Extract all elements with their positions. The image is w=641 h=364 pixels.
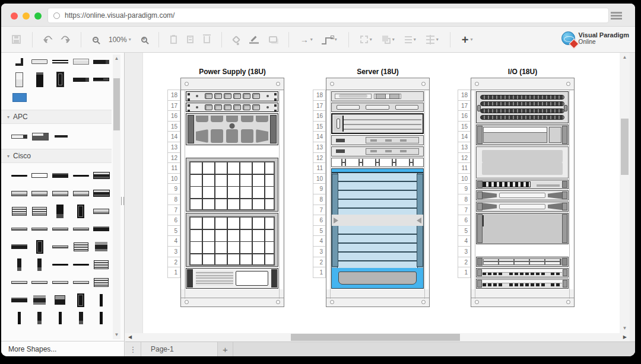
vertical-scrollbar[interactable]: ▲ ▼ [620, 53, 630, 333]
add-shape-dropdown[interactable]: +▾ [461, 31, 474, 48]
menu-icon[interactable] [611, 12, 622, 20]
shape-style-button[interactable] [268, 31, 278, 48]
maximize-button[interactable] [34, 12, 42, 20]
server2u[interactable] [331, 113, 424, 134]
server-tower-outline-shape[interactable] [56, 72, 64, 87]
server-c[interactable] [331, 135, 424, 145]
cisco-device-1-shape[interactable] [11, 191, 27, 196]
cisco-bar-10-shape[interactable] [11, 281, 27, 284]
rack-bar-dark-shape[interactable] [93, 78, 109, 81]
cisco-shelf-3-shape[interactable] [94, 260, 109, 269]
panel-collapse-handle[interactable] [121, 197, 124, 205]
paste-button[interactable] [169, 31, 178, 48]
line-color-button[interactable] [248, 31, 260, 48]
rack-unit-raised-shape[interactable] [73, 59, 89, 65]
cisco-bar-5-shape[interactable] [52, 228, 68, 231]
server-tower-dark-shape[interactable] [36, 72, 43, 87]
minimize-button[interactable] [23, 12, 30, 20]
patch3u[interactable] [476, 91, 569, 123]
cisco-slim-7-shape[interactable] [79, 312, 83, 324]
rack-frame[interactable] [326, 78, 430, 307]
apc-console-shape[interactable] [32, 133, 49, 141]
cisco-device-2-shape[interactable] [31, 191, 47, 196]
cisco-shelf-2-shape[interactable] [11, 244, 27, 249]
cisco-device-3-shape[interactable] [52, 191, 68, 196]
distribute-dropdown[interactable]: ▾ [425, 31, 440, 48]
palette-section-apc[interactable]: ▾APC [1, 110, 112, 124]
ups2u[interactable] [186, 268, 278, 289]
rack-corner-shape[interactable] [15, 58, 23, 66]
rack-unit-thin-shape[interactable] [52, 60, 68, 63]
cisco-bar-9-shape[interactable] [73, 264, 89, 266]
apc-strip-shape[interactable] [55, 135, 68, 138]
zoom-level-dropdown[interactable]: 100%▾ [107, 31, 132, 48]
cisco-slim-1-shape[interactable] [17, 258, 21, 271]
cisco-slim-5-shape[interactable] [37, 312, 42, 324]
cisco-device-5-shape[interactable] [93, 209, 109, 214]
cisco-split-shape[interactable] [55, 295, 65, 305]
cisco-bar-1-shape[interactable] [11, 175, 27, 177]
cisco-stack-4-shape[interactable] [33, 295, 46, 305]
diagram-page[interactable]: Power Supply (18U)1817161514131211109876… [142, 53, 620, 333]
cisco-shelf-4-shape[interactable] [94, 278, 109, 287]
cisco-switch-dark-shape[interactable] [52, 173, 68, 178]
vent3u[interactable] [476, 213, 569, 245]
cisco-bar-4-shape[interactable] [31, 228, 47, 231]
chassis-blue[interactable] [331, 168, 424, 289]
cisco-slim-8-shape[interactable] [100, 312, 103, 324]
rack-frame[interactable] [471, 78, 575, 307]
cisco-tower-1-shape[interactable] [56, 205, 64, 218]
cisco-device-6-shape[interactable] [93, 226, 109, 231]
ups3u[interactable] [186, 113, 278, 145]
scroll-up-icon[interactable]: ▲ [620, 55, 630, 60]
cisco-tower-2-shape[interactable] [36, 240, 43, 254]
add-page-button[interactable]: + [218, 342, 233, 356]
server-a[interactable] [331, 91, 424, 101]
server-c[interactable] [331, 146, 424, 157]
pdu[interactable] [186, 103, 278, 113]
apc-rack-unit-shape[interactable] [11, 135, 27, 139]
scroll-down-icon[interactable]: ▼ [113, 332, 120, 338]
io2u[interactable] [476, 124, 569, 145]
rack-frame[interactable] [180, 78, 284, 307]
brush1u[interactable] [476, 257, 569, 267]
pdu[interactable] [186, 91, 278, 101]
rack-bar-angled-shape[interactable] [73, 78, 89, 82]
sidebar-scrollbar-thumb[interactable] [113, 78, 120, 130]
cisco-stack-2-shape[interactable] [32, 207, 47, 216]
page-menu-button[interactable]: ⋮ [125, 342, 141, 356]
align-dropdown[interactable]: ▾ [404, 31, 417, 48]
cisco-slim-2-shape[interactable] [37, 258, 42, 271]
slats1u[interactable] [476, 180, 569, 190]
cisco-stack-3-shape[interactable] [74, 242, 88, 251]
edit-button[interactable] [186, 31, 195, 48]
scroll-up-icon[interactable]: ▲ [113, 56, 120, 62]
bezel1u[interactable] [476, 190, 569, 200]
rack-frame-tower-shape[interactable] [15, 72, 23, 87]
rack-unit-light-shape[interactable] [31, 59, 47, 64]
blue-rectangle-shape[interactable] [12, 93, 27, 102]
cisco-shelf-1-shape[interactable] [31, 173, 47, 178]
horizontal-scrollbar-thumb[interactable] [291, 334, 460, 341]
cisco-slim-4-shape[interactable] [18, 312, 21, 324]
cisco-device-4-shape[interactable] [73, 191, 89, 196]
cisco-bar-6-shape[interactable] [73, 228, 89, 231]
scroll-right-icon[interactable]: ▶ [623, 333, 627, 341]
delete-button[interactable] [202, 31, 211, 48]
cisco-bar-12-shape[interactable] [52, 281, 68, 284]
battery5u[interactable] [186, 158, 278, 212]
cisco-bar-3-shape[interactable] [11, 228, 27, 231]
switch1u[interactable] [476, 268, 569, 278]
cisco-stack-1-shape[interactable] [12, 207, 27, 216]
connector-style-dropdown[interactable]: ▾ [322, 31, 338, 48]
scroll-left-icon[interactable]: ◀ [128, 333, 132, 341]
cisco-tower-4-shape[interactable] [77, 293, 84, 307]
fill-color-button[interactable] [232, 31, 240, 48]
clone-dropdown[interactable]: ▾ [381, 31, 396, 48]
cisco-bar-2-shape[interactable] [73, 175, 89, 177]
zoom-in-button[interactable]: + [140, 31, 148, 48]
cisco-bar-7-shape[interactable] [52, 245, 68, 248]
zoom-out-button[interactable]: − [91, 31, 100, 48]
more-shapes-button[interactable]: More Shapes... [1, 341, 125, 356]
rack-unit-dark-shape[interactable] [93, 60, 109, 64]
